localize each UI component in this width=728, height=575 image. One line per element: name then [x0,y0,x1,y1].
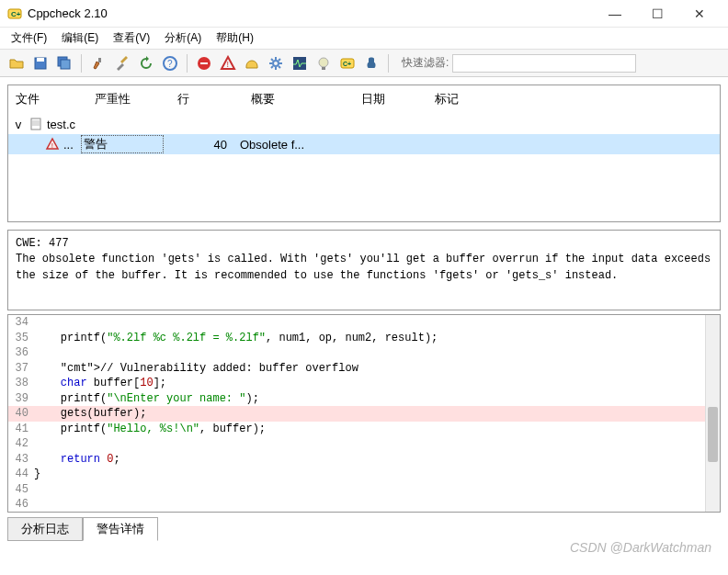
help-icon[interactable]: ? [159,52,181,74]
refresh-icon[interactable] [135,52,157,74]
issue-severity: 警告 [82,136,163,152]
svg-text:C+: C+ [11,10,21,18]
line-number: 43 [8,453,34,466]
detail-message: The obsolete function 'gets' is called. … [16,252,712,284]
line-number: 38 [8,377,34,389]
line-number: 44 [8,468,34,480]
watermark: CSDN @DarkWatchman [570,540,711,555]
quick-filter-input[interactable] [452,54,636,73]
toolbar-separator [388,54,389,73]
issue-line: 40 [163,138,236,152]
bulb-icon[interactable] [313,52,335,74]
maximize-button[interactable]: ☐ [636,0,678,28]
detail-panel: CWE: 477 The obsolete function 'gets' is… [7,230,721,310]
line-number: 45 [8,483,34,496]
toolbar-separator [81,54,82,73]
scrollbar[interactable] [705,315,720,512]
col-severity[interactable]: 严重性 [91,89,174,109]
file-icon [28,117,43,131]
svg-rect-18 [31,118,40,130]
code-line[interactable]: 41 printf("Hello, %s!\n", buffer); [8,422,720,437]
addon-icon[interactable] [360,52,382,74]
svg-rect-15 [322,67,325,70]
brush-icon[interactable] [87,52,109,74]
line-number: 42 [8,437,34,450]
save-icon[interactable] [29,52,51,74]
tree-issue-row[interactable]: ! ... 警告 40 Obsolete f... [8,134,720,154]
svg-rect-5 [61,60,70,69]
code-text: printf("\nEnter your name: "); [34,392,259,405]
gear-icon[interactable] [265,52,287,74]
col-summary[interactable]: 概要 [247,89,358,109]
close-button[interactable]: ✕ [678,0,721,28]
code-line[interactable]: 38 char buffer[10]; [8,376,720,391]
line-number: 35 [8,332,34,344]
tree-file-row[interactable]: v test.c [8,114,720,134]
toolbar: ? ! C+ 快速滤器: [0,50,728,77]
code-line[interactable]: 43 return 0; [8,452,720,468]
tab-warning-detail[interactable]: 警告详情 [83,517,158,541]
svg-rect-6 [98,58,101,62]
code-line[interactable]: 37 "cmt">// Vulnerability added: buffer … [8,361,720,377]
col-date[interactable]: 日期 [358,89,431,109]
save-all-icon[interactable] [53,52,75,74]
tab-analysis-log[interactable]: 分析日志 [7,517,83,541]
open-folder-icon[interactable] [6,52,28,74]
col-tag[interactable]: 标记 [431,89,505,109]
svg-text:C+: C+ [343,61,351,67]
code-text: printf("%.2lf %c %.2lf = %.2lf", num1, o… [34,332,438,344]
tools-icon[interactable] [111,52,133,74]
code-line[interactable]: 36 [8,345,720,361]
code-line[interactable]: 35 printf("%.2lf %c %.2lf = %.2lf", num1… [8,331,720,346]
code-line[interactable]: 40 gets(buffer); [8,406,720,422]
line-number: 37 [8,362,34,375]
code-text: return 0; [34,453,120,466]
cppcheck-icon[interactable]: C+ [336,52,358,74]
menu-help[interactable]: 帮助(H) [209,28,261,48]
code-text: } [34,468,40,480]
minimize-button[interactable]: — [594,0,636,28]
svg-rect-10 [200,62,208,64]
quick-filter: 快速滤器: [402,54,636,73]
menu-edit[interactable]: 编辑(E) [54,28,106,48]
line-number: 46 [8,498,34,511]
ecg-icon[interactable] [289,52,311,74]
tree-body: v test.c ! ... 警告 40 Obsolete f... [8,114,720,221]
menu-file[interactable]: 文件(F) [4,28,54,48]
svg-text:?: ? [167,59,173,69]
code-line[interactable]: 42 [8,436,720,452]
expand-icon[interactable]: v [12,118,25,131]
code-text: printf("Hello, %s!\n", buffer); [34,423,266,435]
window-controls: — ☐ ✕ [594,0,721,28]
code-text: gets(buffer); [34,407,146,420]
svg-text:!: ! [51,141,53,150]
menu-view[interactable]: 查看(V) [106,28,157,48]
stop-icon[interactable] [193,52,215,74]
window-title: Cppcheck 2.10 [28,6,594,20]
scroll-thumb[interactable] [708,407,718,462]
code-line[interactable]: 39 printf("\nEnter your name: "); [8,391,720,407]
helmet-icon[interactable] [241,52,263,74]
code-line[interactable]: 45 [8,482,720,498]
code-line[interactable]: 34 [8,315,720,331]
warning-triangle-icon: ! [45,137,60,152]
file-name: test.c [47,118,75,131]
line-number: 41 [8,423,34,435]
bottom-tabs: 分析日志 警告详情 [7,516,721,540]
menubar: 文件(F) 编辑(E) 查看(V) 分析(A) 帮助(H) [0,28,728,50]
menu-analyze[interactable]: 分析(A) [157,28,209,48]
quick-filter-label: 快速滤器: [402,55,449,71]
code-line[interactable]: 46 [8,497,720,513]
code-lines: 3435 printf("%.2lf %c %.2lf = %.2lf", nu… [8,315,720,513]
col-line[interactable]: 行 [174,89,247,109]
issue-ellipsis: ... [63,138,82,152]
col-file[interactable]: 文件 [8,89,91,109]
issues-tree: 文件 严重性 行 概要 日期 标记 v test.c ! ... 警告 40 O… [7,85,721,222]
tree-header: 文件 严重性 行 概要 日期 标记 [8,85,720,114]
svg-point-14 [319,58,328,67]
code-line[interactable]: 44} [8,467,720,482]
code-text: "cmt">// Vulnerability added: buffer ove… [34,362,358,375]
line-number: 34 [8,316,34,329]
warning-icon[interactable]: ! [217,52,239,74]
toolbar-separator [187,54,188,73]
